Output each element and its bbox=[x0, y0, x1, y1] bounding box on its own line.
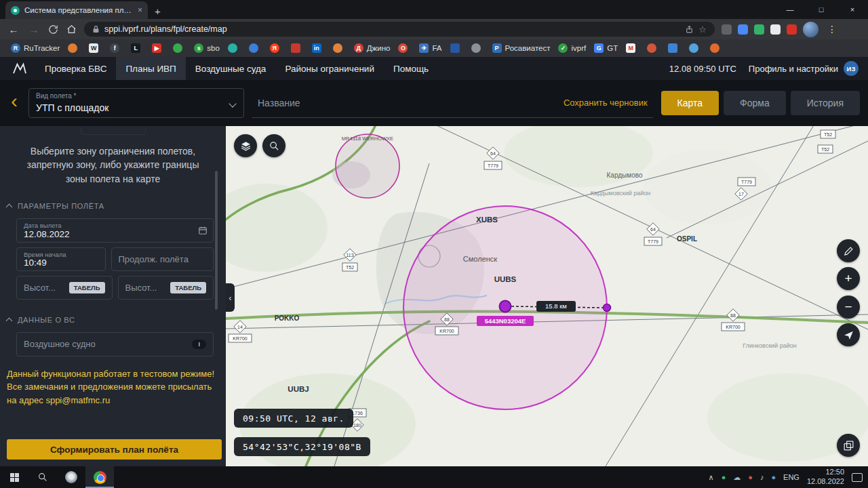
window-minimize-button[interactable]: — bbox=[774, 0, 806, 19]
profile-avatar[interactable] bbox=[803, 22, 818, 37]
start-time-field[interactable]: Время начала 10:49 bbox=[16, 247, 106, 271]
bookmark-item[interactable] bbox=[467, 43, 488, 53]
zoom-out-button[interactable]: − bbox=[837, 296, 860, 319]
extension-icon[interactable] bbox=[770, 24, 781, 35]
extension-icon[interactable] bbox=[787, 24, 797, 35]
reload-icon[interactable] bbox=[47, 24, 59, 35]
sidebar-scrollbar[interactable] bbox=[215, 171, 218, 310]
nav-item-aircraft[interactable]: Воздушные суда bbox=[186, 57, 276, 80]
bookmark-item[interactable] bbox=[64, 43, 85, 53]
bookmark-item[interactable]: W bbox=[85, 43, 106, 53]
nav-item-restriction-areas[interactable]: Районы ограничений bbox=[275, 57, 384, 80]
save-draft-link[interactable]: Сохранить черновик bbox=[564, 98, 648, 108]
calendar-icon[interactable] bbox=[198, 226, 208, 235]
bookmark-item[interactable] bbox=[664, 43, 685, 53]
bookmark-item[interactable]: ▶ bbox=[148, 43, 169, 53]
bookmark-item[interactable]: ✓ ivprf bbox=[554, 43, 590, 53]
share-icon[interactable] bbox=[685, 25, 694, 34]
map-canvas[interactable]: 64 T779 T52 T52 64 T779 T779 17 113 T52 … bbox=[226, 126, 868, 466]
browser-tab[interactable]: Система представления планов × bbox=[5, 1, 148, 19]
bookmark-item[interactable] bbox=[224, 43, 245, 53]
nav-item-check-bvs[interactable]: Проверка БВС bbox=[35, 57, 116, 80]
tabel-button[interactable]: ТАБЕЛЬ bbox=[69, 282, 105, 293]
aircraft-section-header[interactable]: ДАННЫЕ О ВС bbox=[7, 316, 215, 324]
duration-field[interactable]: Продолж. полёта bbox=[111, 247, 214, 271]
altitude-placeholder: Высот... bbox=[24, 283, 56, 293]
create-flight-plan-button[interactable]: Сформировать план полёта bbox=[7, 439, 222, 460]
tab-close-icon[interactable]: × bbox=[138, 5, 142, 15]
bookmark-item[interactable]: Я bbox=[266, 43, 287, 53]
taskbar-clock[interactable]: 12:50 12.08.2022 bbox=[807, 468, 844, 487]
bookmark-item[interactable] bbox=[685, 43, 706, 53]
taskbar-chrome-button[interactable] bbox=[85, 466, 114, 488]
bookmark-item[interactable]: G GT bbox=[590, 43, 622, 53]
window-close-button[interactable]: × bbox=[837, 0, 868, 19]
sidebar-collapse-button[interactable]: ‹ bbox=[226, 283, 235, 312]
zone-center-handle[interactable] bbox=[500, 301, 511, 312]
form-view-button[interactable]: Форма bbox=[724, 91, 786, 115]
tray-icon[interactable]: ● bbox=[748, 473, 753, 481]
bookmark-item[interactable]: L bbox=[127, 43, 148, 53]
taskbar-app-button[interactable] bbox=[57, 466, 85, 488]
taskbar-search-button[interactable] bbox=[28, 466, 57, 488]
address-bar[interactable]: sppi.ivprf.ru/plans/fpl/create/map ☆ bbox=[84, 22, 715, 37]
notification-center-icon[interactable] bbox=[852, 473, 863, 482]
bookmark-item[interactable] bbox=[245, 43, 266, 53]
departure-date-field[interactable]: Дата вылета 12.08.2022 bbox=[16, 218, 214, 243]
bookmark-item[interactable]: in bbox=[308, 43, 329, 53]
language-indicator[interactable]: ENG bbox=[783, 473, 800, 481]
extension-icon[interactable] bbox=[754, 24, 764, 35]
extension-icon[interactable] bbox=[722, 24, 732, 35]
start-button[interactable] bbox=[0, 466, 28, 488]
zone-radius-handle[interactable] bbox=[604, 304, 611, 312]
home-icon[interactable] bbox=[66, 24, 77, 35]
bookmark-item[interactable]: M bbox=[622, 43, 643, 53]
history-view-button[interactable]: История bbox=[791, 91, 860, 115]
bookmark-item[interactable] bbox=[446, 43, 467, 53]
tray-icon[interactable]: ∧ bbox=[709, 473, 714, 482]
bookmark-item[interactable]: Д Джино bbox=[350, 43, 395, 53]
new-tab-button[interactable]: + bbox=[155, 5, 161, 17]
tray-icon[interactable]: ● bbox=[771, 473, 776, 481]
nav-item-help[interactable]: Помощь bbox=[384, 57, 438, 80]
bookmark-item[interactable]: R RuTracker bbox=[7, 43, 64, 53]
draw-button[interactable] bbox=[837, 239, 860, 262]
bookmark-item[interactable]: ✈ FA bbox=[415, 43, 446, 53]
bookmark-favicon: W bbox=[89, 43, 98, 53]
browser-menu-icon[interactable]: ⋮ bbox=[825, 24, 840, 35]
layers-button[interactable] bbox=[234, 134, 257, 157]
bookmark-star-icon[interactable]: ☆ bbox=[698, 24, 707, 35]
map-search-button[interactable] bbox=[262, 134, 285, 157]
tray-icon[interactable]: ● bbox=[722, 473, 726, 481]
nav-item-plans-ivp[interactable]: Планы ИВП bbox=[116, 57, 185, 80]
max-altitude-field[interactable]: Высот... ТАБЕЛЬ bbox=[118, 276, 214, 300]
bookmark-item[interactable]: Р Росавиатест bbox=[488, 43, 555, 53]
bookmark-item[interactable]: f bbox=[106, 43, 127, 53]
tabel-button[interactable]: ТАБЕЛЬ bbox=[170, 282, 206, 293]
locate-button[interactable] bbox=[837, 323, 860, 346]
bookmark-item[interactable]: s sbo bbox=[190, 43, 224, 53]
browser-back-button[interactable]: ← bbox=[7, 24, 20, 35]
bookmark-item[interactable] bbox=[287, 43, 308, 53]
back-button[interactable]: ‹ bbox=[8, 91, 20, 115]
zoom-in-button[interactable]: + bbox=[837, 267, 860, 290]
tray-icon[interactable]: ☁ bbox=[733, 473, 741, 482]
app-logo-icon[interactable] bbox=[4, 57, 35, 80]
window-maximize-button[interactable]: □ bbox=[806, 0, 837, 19]
tray-icon[interactable]: ♪ bbox=[760, 473, 764, 481]
bookmark-item[interactable]: O bbox=[394, 43, 415, 53]
flight-type-select[interactable]: Вид полета * УТП с площадок bbox=[28, 88, 244, 118]
map-view-button[interactable]: Карта bbox=[661, 91, 719, 115]
aircraft-select-field[interactable]: Воздушное судно I bbox=[16, 332, 214, 357]
plan-name-input[interactable]: Название Сохранить черновик bbox=[252, 88, 653, 118]
profile-settings-link[interactable]: Профиль и настройки ИЗ bbox=[749, 61, 859, 76]
bookmark-item[interactable] bbox=[706, 43, 727, 53]
min-altitude-field[interactable]: Высот... ТАБЕЛЬ bbox=[16, 276, 113, 300]
bookmark-item[interactable] bbox=[643, 43, 664, 53]
flight-params-section-header[interactable]: ПАРАМЕТРЫ ПОЛЁТА bbox=[7, 202, 215, 210]
bookmark-item[interactable] bbox=[169, 43, 190, 53]
extension-icon[interactable] bbox=[738, 24, 748, 35]
basemap-switch-button[interactable] bbox=[837, 434, 860, 457]
view-switcher: Карта Форма История bbox=[661, 91, 860, 115]
bookmark-item[interactable] bbox=[329, 43, 350, 53]
